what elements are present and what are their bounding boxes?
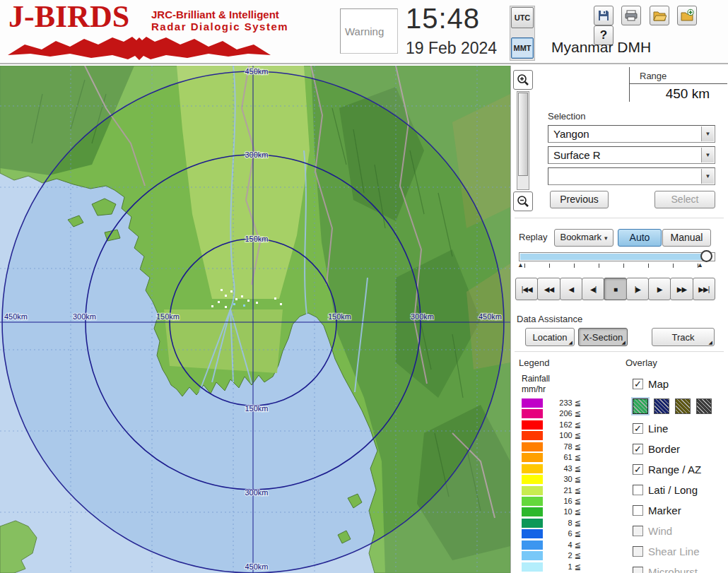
timeline-handle[interactable] <box>700 250 712 262</box>
map-style-swatch-1[interactable] <box>633 398 648 414</box>
save-icon <box>597 8 611 23</box>
clock-date: 19 Feb 2024 <box>406 39 497 58</box>
legend-value: 4 ≦ <box>547 540 581 550</box>
checkbox[interactable]: ✓ <box>633 423 643 434</box>
replay-label: Replay <box>519 232 547 242</box>
station-dropdown-value: Yangon <box>553 128 589 140</box>
overlay-item-marker[interactable]: Marker <box>633 500 727 521</box>
transport-play-reverse-button[interactable]: ◀ <box>560 278 582 300</box>
zoom-slider-track[interactable] <box>517 91 529 190</box>
legend-color-swatch <box>522 431 543 440</box>
legend-color-swatch <box>522 562 543 572</box>
manual-button[interactable]: Manual <box>662 229 711 247</box>
radar-map[interactable]: 450km 300km 150km 150km 300km 450km 450k… <box>0 66 510 573</box>
product-dropdown[interactable]: Surface R ▼ <box>548 146 715 164</box>
checkbox[interactable] <box>633 485 643 495</box>
transport-skip-start-button[interactable]: |◀◀ <box>515 278 538 300</box>
overlay-item-border[interactable]: ✓Border <box>633 439 727 459</box>
overlay-item-line[interactable]: ✓Line <box>633 418 727 439</box>
legend-color-swatch <box>522 442 543 451</box>
utc-button[interactable]: UTC <box>511 7 534 28</box>
checkbox[interactable] <box>633 505 643 516</box>
transport-fast-forward-button[interactable]: ▶▶ <box>670 278 693 300</box>
legend-row: 43 ≦ <box>522 463 592 474</box>
transport-rewind-button[interactable]: ◀◀ <box>537 278 560 300</box>
legend-color-swatch <box>522 540 543 550</box>
open-file-button[interactable] <box>650 6 669 25</box>
folder-plus-icon <box>680 8 694 23</box>
transport-play-button[interactable]: ▶ <box>648 278 671 300</box>
map-style-swatches <box>633 394 727 418</box>
legend-unit-2: mm/hr <box>522 384 546 394</box>
timezone-switch: UTC MMT <box>510 6 535 61</box>
legend-color-swatch <box>522 519 543 528</box>
track-button[interactable]: Track◢ <box>652 328 715 346</box>
map-style-swatch-3[interactable] <box>675 398 691 414</box>
timeline-start-marker-icon: ▲ <box>517 261 524 268</box>
checkbox[interactable]: ✓ <box>633 379 643 389</box>
eagle-logo-icon <box>4 35 274 64</box>
legend-row: 1 ≦ <box>522 562 592 572</box>
overlay-item-label: Border <box>648 443 680 455</box>
chevron-down-icon[interactable]: ▼ <box>701 169 714 184</box>
transport-step-back-button[interactable]: ◀| <box>582 278 604 300</box>
overlay-item-map[interactable]: ✓Map <box>633 374 727 394</box>
timeline-ticks <box>524 264 700 268</box>
print-button[interactable] <box>621 6 641 25</box>
select-button[interactable]: Select <box>654 191 715 208</box>
zoom-slider-thumb[interactable] <box>518 93 528 176</box>
timeline-track[interactable] <box>519 252 715 261</box>
zoom-out-button[interactable] <box>513 191 533 211</box>
logo-subtitle-2: Radar Dialogic System <box>151 20 288 33</box>
mmt-button[interactable]: MMT <box>511 37 534 59</box>
legend-value: 30 ≦ <box>547 475 581 484</box>
map-style-swatch-2[interactable] <box>654 398 669 414</box>
checkbox[interactable]: ✓ <box>633 444 643 454</box>
legend-value: 78 ≦ <box>547 442 581 451</box>
legend-label: Legend <box>519 358 549 368</box>
import-data-button[interactable] <box>677 6 697 25</box>
legend-value: 206 ≦ <box>547 409 581 418</box>
legend-value: 21 ≦ <box>547 486 581 495</box>
overlay-item-range-az[interactable]: ✓Range / AZ <box>633 459 727 480</box>
extra-dropdown[interactable]: ▼ <box>548 167 715 185</box>
svg-text:450km: 450km <box>245 562 268 571</box>
svg-text:150km: 150km <box>245 235 268 243</box>
bookmark-button[interactable]: Bookmark▾ <box>554 229 613 247</box>
legend-row: 2 ≦ <box>522 550 592 561</box>
legend-color-swatch <box>522 453 543 462</box>
legend-color-swatch <box>522 464 543 473</box>
chevron-down-icon[interactable]: ▼ <box>701 126 714 141</box>
legend-color-swatch <box>522 398 543 408</box>
overlay-label: Overlay <box>626 358 657 368</box>
zoom-in-icon <box>516 73 530 87</box>
transport-skip-end-button[interactable]: ▶▶| <box>693 278 715 300</box>
legend-value: 2 ≦ <box>547 551 581 560</box>
chevron-down-icon[interactable]: ▼ <box>701 148 714 163</box>
zoom-in-button[interactable] <box>513 70 533 90</box>
checkbox <box>633 526 643 536</box>
control-panel: Range 450 km Selection Yangon ▼ Surface … <box>510 66 728 573</box>
data-assistance-buttons: Location◢X-Section◢Track◢ <box>511 328 728 347</box>
transport-step-forward-button[interactable]: |▶ <box>626 278 649 300</box>
station-dropdown[interactable]: Yangon ▼ <box>548 125 715 143</box>
overlay-item-label: Range / AZ <box>648 463 701 475</box>
legend-color-swatch <box>522 420 543 430</box>
corner-dropdown-icon: ◢ <box>569 340 573 345</box>
location-button[interactable]: Location◢ <box>525 328 575 346</box>
legend-row: 21 ≦ <box>522 485 592 496</box>
map-style-swatch-4[interactable] <box>696 398 712 414</box>
overlay-item-lati-long[interactable]: Lati / Long <box>633 480 727 500</box>
x-section-button[interactable]: X-Section◢ <box>578 328 628 346</box>
transport-stop-button[interactable]: ■ <box>604 278 626 300</box>
chevron-down-icon: ▾ <box>604 235 608 242</box>
previous-button[interactable]: Previous <box>550 191 609 208</box>
da-button-label: X-Section <box>583 332 623 343</box>
save-button[interactable] <box>594 6 613 25</box>
legend-value: 162 ≦ <box>547 420 581 430</box>
checkbox[interactable]: ✓ <box>633 464 643 475</box>
auto-button[interactable]: Auto <box>618 229 662 247</box>
legend-row: 6 ≦ <box>522 528 592 539</box>
data-assistance-label: Data Assistance <box>517 314 582 324</box>
overlay-item-label: Line <box>648 423 668 435</box>
